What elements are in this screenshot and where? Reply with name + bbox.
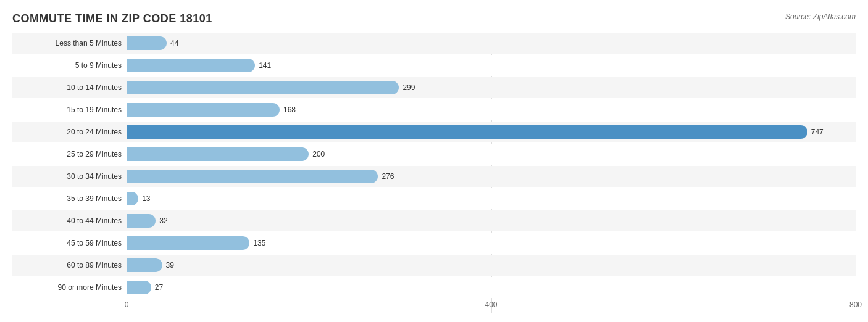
x-tick-400: 400: [485, 300, 497, 309]
table-row: 30 to 34 Minutes276: [12, 166, 856, 187]
bar: 39: [127, 258, 162, 272]
bar-value: 39: [166, 261, 174, 270]
bar-value: 168: [283, 105, 296, 114]
bar-label: Less than 5 Minutes: [12, 39, 127, 47]
bar: 747: [127, 125, 807, 139]
bar-value: 13: [142, 194, 150, 203]
x-tick-800: 800: [849, 300, 862, 309]
bar-label: 40 to 44 Minutes: [12, 217, 127, 225]
bar: 32: [127, 214, 156, 228]
bar-value: 135: [253, 239, 265, 247]
bar: 299: [127, 81, 399, 94]
bar: 200: [127, 147, 309, 161]
bar-label: 15 to 19 Minutes: [12, 105, 127, 114]
chart-body: Less than 5 Minutes445 to 9 Minutes14110…: [12, 33, 856, 313]
bar-label: 90 or more Minutes: [12, 283, 127, 292]
bar-value: 299: [403, 83, 415, 92]
bar-area: 39: [127, 258, 856, 272]
chart-container: COMMUTE TIME IN ZIP CODE 18101 Source: Z…: [0, 0, 868, 322]
bar-area: 44: [127, 36, 856, 50]
table-row: Less than 5 Minutes44: [12, 33, 856, 54]
table-row: 35 to 39 Minutes13: [12, 188, 856, 209]
bar-value: 141: [259, 61, 271, 70]
bar-label: 60 to 89 Minutes: [12, 261, 127, 270]
table-row: 60 to 89 Minutes39: [12, 255, 856, 276]
chart-title: COMMUTE TIME IN ZIP CODE 18101: [12, 12, 212, 25]
bar-value: 276: [382, 172, 394, 181]
bar-area: 200: [127, 147, 856, 161]
bar: 27: [127, 281, 151, 294]
table-row: 90 or more Minutes27: [12, 277, 856, 298]
bar-area: 32: [127, 214, 856, 228]
chart-header: COMMUTE TIME IN ZIP CODE 18101 Source: Z…: [12, 12, 856, 25]
bar-area: 747: [127, 125, 856, 139]
bar-area: 27: [127, 281, 856, 294]
bar-label: 20 to 24 Minutes: [12, 128, 127, 136]
bars-container: Less than 5 Minutes445 to 9 Minutes14110…: [12, 33, 856, 298]
table-row: 45 to 59 Minutes135: [12, 233, 856, 254]
bar-label: 10 to 14 Minutes: [12, 83, 127, 92]
grid-line-800: [856, 33, 856, 313]
x-axis-inner: 0 400 800: [127, 300, 856, 313]
bar-label: 35 to 39 Minutes: [12, 194, 127, 203]
bar: 13: [127, 192, 138, 205]
table-row: 15 to 19 Minutes168: [12, 99, 856, 120]
bar: 135: [127, 236, 249, 250]
bar-area: 299: [127, 81, 856, 94]
bar: 276: [127, 170, 378, 183]
table-row: 25 to 29 Minutes200: [12, 144, 856, 165]
bar-area: 13: [127, 192, 856, 205]
table-row: 10 to 14 Minutes299: [12, 77, 856, 98]
bar-value: 44: [170, 39, 178, 47]
bar-value: 200: [312, 150, 325, 159]
bar-area: 141: [127, 59, 856, 72]
bar-value: 747: [811, 128, 824, 136]
bar-label: 25 to 29 Minutes: [12, 150, 127, 159]
table-row: 20 to 24 Minutes747: [12, 122, 856, 142]
bar-area: 135: [127, 236, 856, 250]
chart-source: Source: ZipAtlas.com: [785, 12, 856, 21]
bar: 168: [127, 103, 280, 117]
bar-value: 32: [159, 217, 167, 225]
bar-label: 45 to 59 Minutes: [12, 239, 127, 247]
bar-area: 168: [127, 103, 856, 117]
table-row: 40 to 44 Minutes32: [12, 210, 856, 231]
bar-area: 276: [127, 170, 856, 183]
bar-label: 30 to 34 Minutes: [12, 172, 127, 181]
table-row: 5 to 9 Minutes141: [12, 55, 856, 76]
x-axis: 0 400 800: [12, 300, 856, 313]
x-tick-0: 0: [125, 300, 129, 309]
bar: 44: [127, 36, 167, 50]
bar-value: 27: [155, 283, 163, 292]
bar: 141: [127, 59, 255, 72]
bar-label: 5 to 9 Minutes: [12, 61, 127, 70]
